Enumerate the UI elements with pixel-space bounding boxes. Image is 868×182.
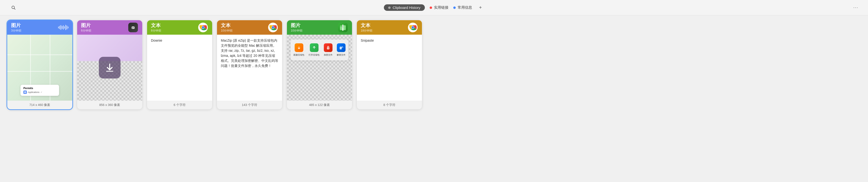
map-road-h2 <box>7 71 72 72</box>
card-3-body: Downie <box>147 35 212 101</box>
waveform-bar <box>58 27 59 28</box>
maczip-decrypt-btn[interactable]: 解密文件 <box>337 43 345 57</box>
card-1-time: 3分钟前 <box>11 29 22 33</box>
map-checkmark: ✓ <box>40 91 42 94</box>
more-button[interactable]: ··· <box>853 5 858 10</box>
chrome-svg <box>198 23 208 32</box>
card-1[interactable]: 图片 3分钟前 <box>7 20 72 109</box>
card-4-app-icon <box>268 22 278 33</box>
map-info-details: Applications ✓ <box>23 90 56 94</box>
card-2[interactable]: 图片 6分钟前 <box>77 20 142 109</box>
svg-rect-17 <box>342 28 344 28</box>
tab-clipboard-history[interactable]: Clipboard History <box>384 4 425 11</box>
waveform-bar <box>65 25 66 30</box>
svg-rect-3 <box>106 71 113 72</box>
card-3[interactable]: 文本 8分钟前 Downie 6 个字符 <box>147 20 212 109</box>
maczip-icon-bg <box>338 23 348 32</box>
waveform-bar <box>63 25 64 30</box>
card-6-header: 文本 18分钟前 <box>357 20 422 35</box>
maczip-new-archive-icon <box>294 43 303 52</box>
map-icon <box>23 90 27 94</box>
card-6-type: 文本 <box>361 22 373 29</box>
card-2-time: 6分钟前 <box>81 29 91 33</box>
tab-useful-links-label: 实用链接 <box>434 5 448 10</box>
waveform-bar <box>61 25 61 30</box>
card-5[interactable]: 图片 10分钟前 <box>287 20 352 109</box>
map-info-card: Permits Applications ✓ <box>21 85 59 96</box>
tab-common-info-label: 常用信息 <box>458 5 472 10</box>
maczip-open-archive-icon <box>310 43 318 52</box>
card-1-header: 图片 3分钟前 <box>7 20 72 35</box>
add-tab-button[interactable]: + <box>477 4 484 11</box>
card-6-time: 18分钟前 <box>361 29 373 33</box>
maczip-toolbar-panel: 新建压缩包 打开压缩包 加密文件 <box>290 39 348 61</box>
card-3-time: 8分钟前 <box>151 29 161 33</box>
top-bar: Clipboard History 实用链接 常用信息 + ··· <box>0 0 868 15</box>
card-4-body: MacZip (原 eZip) 是一款支持压缩包内文件预览的全能型 Mac 解压… <box>217 35 282 101</box>
maczip-open-label: 打开压缩包 <box>309 53 319 57</box>
card-4-text: MacZip (原 eZip) 是一款支持压缩包内文件预览的全能型 Mac 解压… <box>217 35 282 101</box>
tab-red-dot <box>430 6 432 9</box>
tab-useful-links[interactable]: 实用链接 <box>430 5 448 10</box>
card-1-map: Permits Applications ✓ <box>7 35 72 101</box>
card-4-type: 文本 <box>221 22 233 29</box>
top-bar-search <box>10 4 20 11</box>
card-3-type: 文本 <box>151 22 161 29</box>
svg-point-11 <box>272 26 274 29</box>
card-4-time: 10分钟前 <box>221 29 233 33</box>
maczip-icon-svg <box>340 24 346 31</box>
card-3-header-left: 文本 8分钟前 <box>151 22 161 33</box>
maczip-encrypt-btn[interactable]: 加密文件 <box>324 43 333 57</box>
card-2-header-left: 图片 6分钟前 <box>81 22 91 33</box>
card-5-checkerboard: 新建压缩包 打开压缩包 加密文件 <box>287 35 352 101</box>
maczip-encrypt-icon <box>324 43 333 52</box>
map-address: Applications <box>28 91 39 94</box>
maczip-open-archive-btn[interactable]: 打开压缩包 <box>309 43 319 57</box>
card-4[interactable]: 文本 10分钟前 MacZip (原 eZip) 是一款支持压缩包内文件预览的全… <box>217 20 282 109</box>
tab-blue-dot <box>453 6 456 9</box>
card-1-footer: 714 x 460 像素 <box>7 101 72 109</box>
card-5-time: 10分钟前 <box>291 29 303 33</box>
svg-line-1 <box>14 8 16 9</box>
map-info-title: Permits <box>23 87 56 89</box>
top-bar-right: ··· <box>853 5 858 10</box>
maczip-encrypt-label: 加密文件 <box>324 53 333 57</box>
chrome-svg-6 <box>408 23 417 32</box>
downie-icon <box>128 23 138 32</box>
search-button[interactable] <box>10 4 18 11</box>
svg-point-19 <box>328 48 329 49</box>
svg-point-27 <box>411 26 414 29</box>
maczip-new-label: 新建压缩包 <box>293 53 304 57</box>
svg-rect-13 <box>340 25 342 27</box>
card-5-footer: 485 x 122 像素 <box>287 101 352 109</box>
chrome-svg-4 <box>268 23 278 32</box>
card-6-footer: 8 个字符 <box>357 101 422 109</box>
card-2-footer: 856 x 360 像素 <box>77 101 142 109</box>
card-3-app-icon <box>198 22 208 33</box>
waveform-bar <box>62 26 62 29</box>
card-6-app-icon <box>407 22 418 33</box>
card-6-body: Snipaste <box>357 35 422 101</box>
card-1-checkerboard: Permits Applications ✓ <box>7 35 72 101</box>
card-1-type: 图片 <box>11 22 22 29</box>
card-1-body: Permits Applications ✓ <box>7 35 72 101</box>
card-6-header-left: 文本 18分钟前 <box>361 22 373 33</box>
card-6[interactable]: 文本 18分钟前 Snipaste 8 个字符 <box>357 20 422 109</box>
waveform-bar <box>68 27 68 28</box>
card-1-waveform <box>58 24 68 31</box>
card-5-app-icon <box>338 22 348 33</box>
tab-bar: Clipboard History 实用链接 常用信息 + <box>384 4 484 11</box>
download-arrow-icon <box>99 57 121 78</box>
card-6-text: Snipaste <box>357 35 422 101</box>
card-2-header: 图片 6分钟前 <box>77 20 142 35</box>
maczip-new-archive-btn[interactable]: 新建压缩包 <box>293 43 304 57</box>
card-3-header: 文本 8分钟前 <box>147 20 212 35</box>
maczip-decrypt-icon <box>337 43 345 52</box>
card-2-body <box>77 35 142 101</box>
card-2-bg <box>77 35 142 101</box>
card-1-header-left: 图片 3分钟前 <box>11 22 22 33</box>
map-road-h1 <box>7 54 72 55</box>
tab-common-info[interactable]: 常用信息 <box>453 5 472 10</box>
card-5-body: 新建压缩包 打开压缩包 加密文件 <box>287 35 352 101</box>
card-5-header-left: 图片 10分钟前 <box>291 22 303 33</box>
